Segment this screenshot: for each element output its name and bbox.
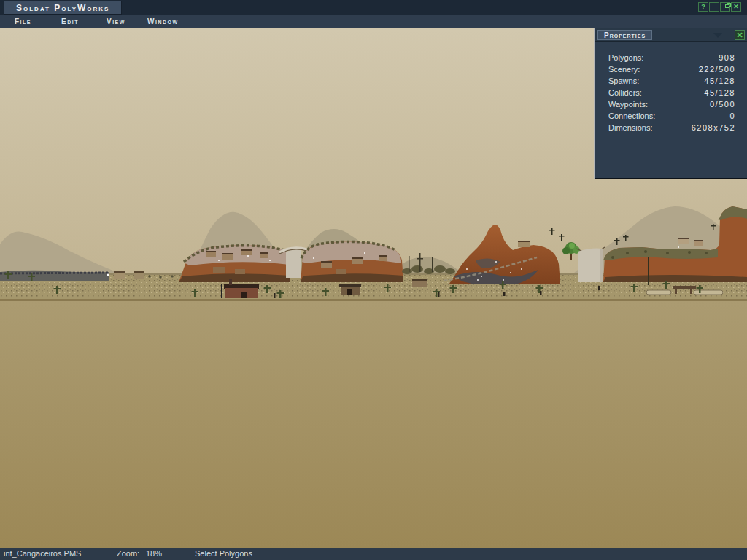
property-label: Polygons: bbox=[608, 53, 643, 62]
status-tool-name: Select Polygons bbox=[195, 549, 252, 558]
status-zoom-value: 18% bbox=[146, 549, 162, 558]
property-label: Dimensions: bbox=[608, 123, 653, 132]
menu-window[interactable]: Window bbox=[147, 18, 179, 26]
property-row-colliders: Colliders: 45/128 bbox=[595, 87, 747, 98]
properties-body: Polygons: 908 Scenery: 222/500 Spawns: 4… bbox=[595, 42, 747, 133]
properties-title-bar[interactable]: Properties ✕ bbox=[595, 28, 747, 42]
property-value: 6208x752 bbox=[692, 123, 735, 132]
property-value: 0/500 bbox=[710, 100, 735, 109]
properties-close-button[interactable]: ✕ bbox=[735, 30, 745, 40]
menu-edit[interactable]: Edit bbox=[61, 18, 79, 26]
property-row-spawns: Spawns: 45/128 bbox=[595, 75, 747, 87]
property-value: 45/128 bbox=[704, 77, 735, 85]
property-value: 908 bbox=[719, 53, 735, 62]
close-icon: ✕ bbox=[736, 31, 743, 39]
close-icon: ✕ bbox=[733, 3, 739, 10]
app-title: Soldat PolyWorks bbox=[16, 3, 109, 13]
property-label: Connections: bbox=[608, 112, 655, 120]
property-label: Scenery: bbox=[608, 65, 640, 74]
polyworks-window: Soldat PolyWorks ? _ ✕ File Edit View Wi… bbox=[0, 0, 747, 560]
ground-edge bbox=[0, 299, 747, 301]
help-button[interactable]: ? bbox=[698, 2, 708, 12]
app-title-box: Soldat PolyWorks bbox=[4, 1, 122, 15]
property-row-waypoints: Waypoints: 0/500 bbox=[595, 98, 747, 110]
restore-button[interactable] bbox=[720, 2, 730, 12]
menu-file[interactable]: File bbox=[15, 18, 31, 26]
properties-tab[interactable]: Properties bbox=[597, 30, 652, 40]
property-value: 45/128 bbox=[704, 88, 735, 97]
menu-view[interactable]: View bbox=[107, 18, 125, 26]
minimize-button[interactable]: _ bbox=[709, 2, 719, 12]
help-icon: ? bbox=[701, 3, 705, 10]
gap-wall bbox=[578, 249, 603, 283]
menu-bar: File Edit View Window bbox=[0, 15, 747, 28]
chevron-down-icon[interactable] bbox=[713, 33, 722, 38]
title-bar[interactable]: Soldat PolyWorks ? _ ✕ bbox=[0, 0, 747, 15]
property-label: Waypoints: bbox=[608, 100, 648, 109]
window-controls: ? _ ✕ bbox=[698, 2, 741, 12]
property-row-scenery: Scenery: 222/500 bbox=[595, 63, 747, 75]
property-label: Colliders: bbox=[608, 88, 642, 97]
close-button[interactable]: ✕ bbox=[731, 2, 741, 12]
status-zoom-label: Zoom: bbox=[117, 549, 139, 558]
properties-panel: Properties ✕ Polygons: 908 Scenery: 222/… bbox=[594, 28, 747, 179]
mesa-mid bbox=[301, 241, 403, 282]
property-value: 0 bbox=[729, 112, 735, 120]
property-row-dimensions: Dimensions: 6208x752 bbox=[595, 122, 747, 133]
property-value: 222/500 bbox=[699, 65, 735, 74]
lower-plain bbox=[0, 301, 747, 548]
property-label: Spawns: bbox=[608, 77, 639, 85]
properties-title: Properties bbox=[604, 31, 646, 39]
status-bar: inf_Cangaceiros.PMS Zoom: 18% Select Pol… bbox=[0, 548, 747, 560]
status-file-name: inf_Cangaceiros.PMS bbox=[4, 549, 81, 558]
property-row-connections: Connections: 0 bbox=[595, 110, 747, 122]
minimize-icon: _ bbox=[712, 3, 716, 10]
property-row-polygons: Polygons: 908 bbox=[595, 52, 747, 63]
